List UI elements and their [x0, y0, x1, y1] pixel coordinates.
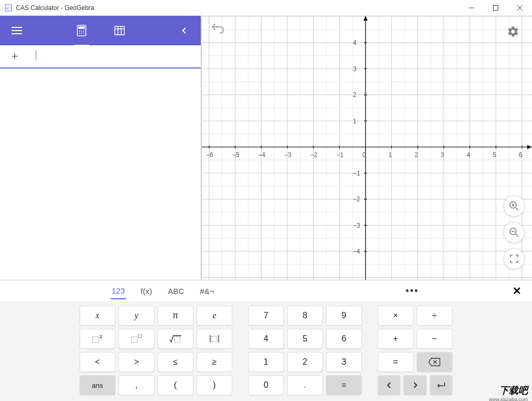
key-divide[interactable]: ÷ [417, 306, 452, 326]
axis-tick-x: 4 [467, 151, 470, 159]
keyboard-tab-functions[interactable]: f(x) [140, 283, 153, 299]
key-geq[interactable]: ≥ [196, 352, 232, 372]
cas-list [0, 69, 201, 280]
minimize-button[interactable] [459, 0, 484, 16]
key-leq[interactable]: ≤ [157, 352, 193, 372]
app-icon: x= [4, 4, 13, 12]
key-lparen[interactable]: ( [157, 375, 193, 395]
key-equals[interactable]: = [378, 352, 413, 372]
watermark: 下载吧 [499, 384, 528, 397]
key-minus[interactable]: − [417, 329, 452, 349]
axis-tick-y: −2 [353, 195, 361, 203]
key-pi[interactable]: π [157, 306, 193, 326]
virtual-keyboard: 123 f(x) ABC #&¬ ••• ✕ x y π e 2 < > ≤ ≥… [0, 280, 532, 401]
axis-tick-x: 6 [519, 151, 523, 159]
graph-view[interactable]: −6−5−4−3−2−101234564321−1−2−3−4 [202, 16, 532, 280]
axis-tick-y: 4 [353, 39, 361, 46]
window-title: CAS Calculator - GeoGebra [16, 4, 459, 12]
key-right[interactable] [403, 375, 426, 395]
key-equals-bottom[interactable]: = [326, 375, 362, 395]
key-sqrt[interactable] [157, 329, 193, 349]
axis-tick-y: −4 [353, 248, 361, 255]
key-8[interactable]: 8 [287, 306, 323, 326]
toolbar [0, 16, 201, 45]
fullscreen-button[interactable] [504, 248, 525, 269]
calculator-tab[interactable] [69, 16, 94, 45]
key-3[interactable]: 3 [326, 352, 362, 372]
key-e[interactable]: e [196, 306, 232, 326]
key-less[interactable]: < [80, 352, 115, 372]
key-backspace[interactable] [417, 352, 452, 372]
keyboard-tab-abc[interactable]: ABC [167, 283, 185, 299]
svg-rect-17 [115, 26, 124, 35]
key-plus[interactable]: + [378, 329, 413, 349]
key-group-left: x y π e 2 < > ≤ ≥ ans , ( ) [80, 306, 232, 397]
graph-grid [202, 16, 532, 280]
table-tab[interactable] [107, 16, 132, 45]
key-5[interactable]: 5 [287, 329, 323, 349]
keyboard-close-button[interactable]: ✕ [509, 285, 525, 297]
key-ans[interactable]: ans [80, 375, 115, 395]
svg-rect-10 [78, 26, 85, 29]
svg-line-116 [516, 208, 518, 210]
axis-tick-y: −3 [353, 222, 361, 229]
svg-rect-124 [132, 337, 137, 343]
key-2[interactable]: 2 [287, 352, 323, 372]
svg-point-16 [83, 33, 84, 34]
svg-point-11 [79, 31, 80, 32]
add-row-button[interactable]: + [0, 50, 29, 63]
key-x[interactable]: x [80, 306, 115, 326]
axis-tick-x: 2 [415, 151, 418, 159]
svg-marker-93 [527, 145, 531, 149]
keyboard-tabs: 123 f(x) ABC #&¬ ••• ✕ [0, 280, 532, 301]
axis-tick-x: −6 [206, 151, 213, 159]
menu-icon[interactable] [4, 16, 29, 45]
zoom-out-button[interactable] [504, 222, 525, 243]
key-power[interactable] [119, 329, 154, 349]
key-6[interactable]: 6 [326, 329, 362, 349]
collapse-icon[interactable] [171, 16, 196, 45]
key-0[interactable]: 0 [248, 375, 284, 395]
window-controls [459, 0, 532, 16]
axis-tick-y: −1 [353, 170, 361, 177]
key-left[interactable] [378, 375, 400, 395]
key-group-ops: × ÷ + − = [378, 306, 452, 397]
watermark-url: www.xiazaiba.com [489, 397, 528, 401]
keyboard-more-button[interactable]: ••• [400, 286, 424, 297]
svg-point-14 [79, 33, 80, 34]
svg-rect-126 [174, 337, 180, 343]
key-9[interactable]: 9 [326, 306, 362, 326]
axis-tick-x: 1 [389, 151, 392, 159]
svg-rect-122 [93, 337, 98, 343]
titlebar: x= CAS Calculator - GeoGebra [0, 0, 532, 16]
svg-rect-129 [212, 336, 217, 341]
key-square[interactable]: 2 [80, 329, 115, 349]
close-button[interactable] [508, 0, 532, 16]
key-y[interactable]: y [119, 306, 154, 326]
undo-button[interactable] [211, 22, 225, 36]
key-enter[interactable] [430, 375, 452, 395]
key-multiply[interactable]: × [378, 306, 413, 326]
key-7[interactable]: 7 [248, 306, 284, 326]
key-abs[interactable] [196, 329, 232, 349]
svg-point-15 [81, 33, 82, 34]
maximize-button[interactable] [484, 0, 508, 16]
axis-tick-y: 1 [353, 118, 361, 125]
key-comma[interactable]: , [119, 375, 154, 395]
axis-tick-x: −1 [337, 151, 344, 159]
keyboard-tab-symbols[interactable]: #&¬ [199, 283, 215, 299]
key-dot[interactable]: . [287, 375, 323, 395]
key-rparen[interactable]: ) [196, 375, 232, 395]
svg-point-13 [83, 31, 84, 32]
svg-point-12 [81, 31, 82, 32]
key-greater[interactable]: > [119, 352, 154, 372]
key-4[interactable]: 4 [248, 329, 284, 349]
zoom-in-button[interactable] [504, 195, 525, 217]
app-body: + −6−5−4−3−2−101234564321−1−2−3−4 [0, 16, 532, 280]
key-1[interactable]: 1 [248, 352, 284, 372]
input-row: + [0, 45, 201, 69]
zoom-controls [504, 195, 525, 269]
keyboard-tab-numeric[interactable]: 123 [111, 283, 126, 299]
cas-input[interactable] [29, 51, 201, 62]
gear-icon[interactable] [504, 22, 523, 41]
